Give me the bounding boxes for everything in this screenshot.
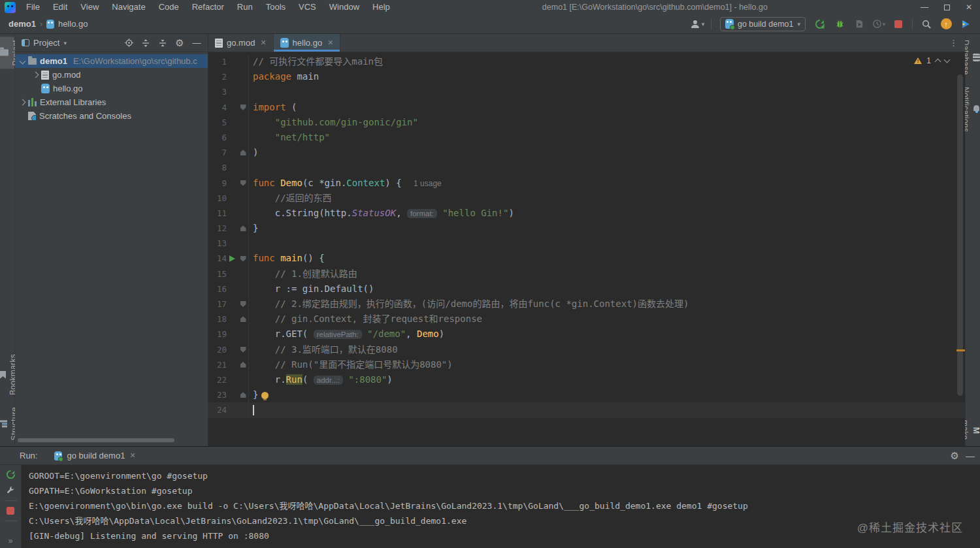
line-number[interactable]: 22: [208, 372, 227, 387]
fold-column[interactable]: [238, 357, 249, 372]
line-number[interactable]: 5: [208, 115, 227, 130]
select-opened-file-button[interactable]: [122, 36, 136, 50]
code-line-9[interactable]: 9func Demo(c *gin.Context) { 1 usage: [208, 176, 965, 191]
fold-up-icon[interactable]: [240, 225, 246, 231]
code-line-18[interactable]: 18 // gin.Context, 封装了request和response: [208, 312, 965, 327]
menu-run[interactable]: Run: [231, 0, 259, 14]
line-number[interactable]: 9: [208, 176, 227, 191]
line-number[interactable]: 18: [208, 312, 227, 327]
line-number[interactable]: 24: [208, 402, 227, 417]
run-tab[interactable]: go build demo1 ✕: [52, 449, 138, 462]
menu-edit[interactable]: Edit: [46, 0, 74, 14]
code-line-19[interactable]: 19 r.GET( relativePath: "/demo", Demo): [208, 327, 965, 342]
code-line-17[interactable]: 17 // 2.绑定路由规则，执行的函数，(访问/demo的路由，将由func(…: [208, 297, 965, 312]
maximize-button[interactable]: [936, 0, 958, 14]
toolwindow-button-project[interactable]: Project: [0, 37, 14, 69]
toolbox-play-button[interactable]: [958, 16, 973, 32]
collapse-all-button[interactable]: [155, 36, 170, 50]
code-line-24[interactable]: 24: [208, 402, 965, 417]
menu-window[interactable]: Window: [323, 0, 366, 14]
toolwindow-button-database[interactable]: Database: [966, 37, 980, 78]
line-number[interactable]: 11: [208, 206, 227, 221]
tree-item-demo1[interactable]: demo1E:\GoWorkstation\go\src\github.c: [15, 54, 208, 68]
code-line-23[interactable]: 23}: [208, 387, 965, 402]
line-number[interactable]: 16: [208, 282, 227, 297]
run-line-gutter[interactable]: [227, 251, 238, 266]
menu-help[interactable]: Help: [366, 0, 397, 14]
more-actions-icon[interactable]: »: [8, 536, 13, 545]
line-number[interactable]: 14: [208, 251, 227, 266]
tree-item-external-libraries[interactable]: External Libraries: [15, 95, 208, 109]
tree-item-go-mod[interactable]: go.mod: [15, 68, 208, 82]
code-line-3[interactable]: 3: [208, 84, 965, 99]
line-number[interactable]: 6: [208, 130, 227, 145]
stop-button[interactable]: [890, 16, 906, 32]
vertical-scrollbar[interactable]: [957, 74, 963, 396]
search-everywhere-button[interactable]: [919, 16, 934, 32]
fold-down-icon[interactable]: [240, 256, 246, 262]
fold-up-icon[interactable]: [240, 150, 246, 155]
code-line-7[interactable]: 7): [208, 145, 965, 160]
minimize-button[interactable]: —: [913, 0, 936, 14]
code-line-20[interactable]: 20 // 3.监听端口，默认在8080: [208, 342, 965, 357]
debug-button[interactable]: [832, 16, 847, 32]
fold-down-icon[interactable]: [240, 301, 246, 307]
line-number[interactable]: 2: [208, 69, 227, 84]
code-line-10[interactable]: 10 //返回的东西: [208, 191, 965, 206]
line-number[interactable]: 15: [208, 266, 227, 282]
code-line-6[interactable]: 6 "net/http": [208, 130, 965, 145]
line-number[interactable]: 10: [208, 191, 227, 206]
run-configuration-select[interactable]: go build demo1 ▾: [720, 17, 806, 31]
tree-item-scratches-and-consoles[interactable]: Scratches and Consoles: [15, 109, 208, 123]
code-line-5[interactable]: 5 "github.com/gin-gonic/gin": [208, 115, 965, 130]
toolwindow-button-notifications[interactable]: Notifications: [966, 84, 980, 135]
fold-column[interactable]: [238, 251, 249, 266]
close-tab-icon[interactable]: ✕: [260, 39, 266, 47]
next-problem-icon[interactable]: [944, 57, 951, 63]
code-editor[interactable]: 1// 可执行文件都要导入main包2package main34import …: [208, 52, 965, 446]
previous-problem-icon[interactable]: [935, 59, 941, 65]
run-settings-gear-icon[interactable]: ⚙: [951, 450, 959, 462]
code-line-2[interactable]: 2package main: [208, 69, 965, 84]
breadcrumb-project[interactable]: demo1: [8, 19, 36, 29]
fold-column[interactable]: [238, 342, 249, 357]
fold-up-icon[interactable]: [240, 392, 246, 398]
line-number[interactable]: 8: [208, 160, 227, 175]
code-line-8[interactable]: 8: [208, 160, 965, 175]
fold-column[interactable]: [238, 221, 249, 236]
editor-tab-hello-go[interactable]: hello.go✕: [274, 34, 341, 52]
line-number[interactable]: 3: [208, 84, 227, 99]
fold-up-icon[interactable]: [240, 362, 246, 368]
fold-down-icon[interactable]: [240, 347, 246, 353]
hide-run-panel-icon[interactable]: —: [966, 451, 975, 461]
user-account-button[interactable]: ▾: [689, 16, 705, 32]
run-gutter-icon[interactable]: [229, 255, 235, 262]
toolwindow-button-make[interactable]: make: [966, 417, 980, 443]
editor-tab-go-mod[interactable]: go.mod✕: [208, 34, 274, 52]
code-line-14[interactable]: 14func main() {: [208, 251, 965, 266]
expand-all-button[interactable]: [139, 36, 153, 50]
line-number[interactable]: 20: [208, 342, 227, 357]
chevron-right-icon[interactable]: [20, 99, 26, 106]
toolwindow-button-structure[interactable]: Structure: [0, 404, 14, 443]
tab-options-icon[interactable]: ⋮: [943, 34, 965, 52]
code-line-16[interactable]: 16 r := gin.Default(): [208, 282, 965, 297]
close-button[interactable]: ✕: [958, 0, 980, 14]
chevron-right-icon[interactable]: [33, 72, 39, 78]
line-number[interactable]: 13: [208, 236, 227, 251]
inspection-widget[interactable]: 1: [914, 56, 949, 65]
tree-item-hello-go[interactable]: hello.go: [15, 82, 208, 95]
intention-bulb-icon[interactable]: [261, 392, 269, 399]
project-settings-gear-button[interactable]: ⚙: [172, 36, 187, 50]
menu-refactor[interactable]: Refactor: [186, 0, 231, 14]
fold-down-icon[interactable]: [240, 105, 246, 110]
menu-vcs[interactable]: VCS: [292, 0, 323, 14]
horizontal-scrollbar[interactable]: [18, 438, 174, 442]
rerun-icon[interactable]: [6, 470, 16, 479]
line-number[interactable]: 7: [208, 145, 227, 160]
menu-view[interactable]: View: [74, 0, 105, 14]
fold-down-icon[interactable]: [240, 180, 246, 186]
code-line-11[interactable]: 11 c.String(http.StatusOK, format: "hell…: [208, 206, 965, 221]
project-panel-title[interactable]: Project: [33, 38, 59, 48]
fold-column[interactable]: [238, 297, 249, 312]
